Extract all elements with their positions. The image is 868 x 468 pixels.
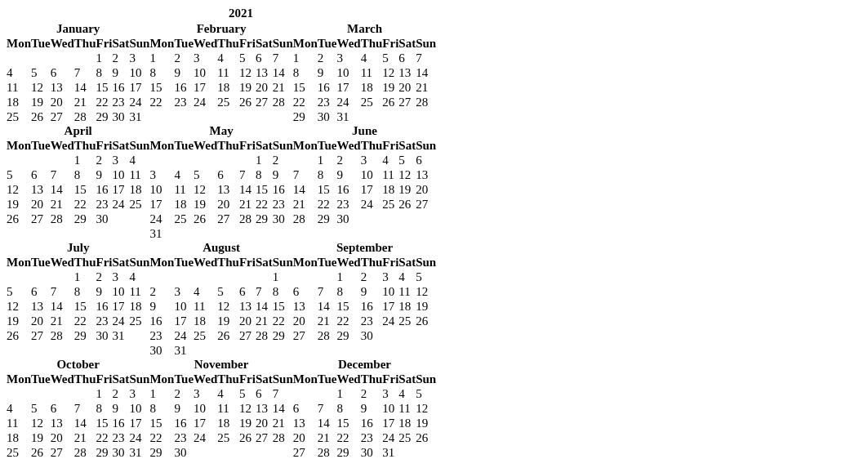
day-cell: 28	[74, 445, 96, 460]
day-cell: 23	[113, 95, 130, 109]
day-cell: 3	[382, 386, 398, 401]
week-row: 12345	[293, 270, 436, 284]
weekday-header: Fri	[382, 36, 398, 51]
calendar-row: AprilMonTueWedThuFriSatSun12345678910111…	[7, 124, 861, 241]
day-cell	[113, 212, 130, 226]
week-row: 20212223242526	[293, 314, 436, 328]
week-row: 16171819202122	[149, 314, 292, 328]
calendar-row: OctoberMonTueWedThuFriSatSun123456789101…	[7, 358, 861, 460]
day-cell: 15	[336, 299, 360, 314]
day-cell: 13	[416, 167, 436, 182]
month-table: MonTueWedThuFriSatSun1234567891011121314…	[293, 372, 436, 460]
day-cell: 31	[113, 328, 130, 343]
day-cell: 27	[293, 328, 318, 343]
day-cell: 18	[217, 80, 239, 95]
day-cell: 10	[129, 65, 149, 80]
day-cell: 30	[113, 445, 130, 460]
weekday-header: Thu	[74, 372, 96, 386]
weekday-header: Sat	[113, 372, 130, 386]
day-cell: 2	[96, 153, 113, 167]
day-cell: 25	[398, 314, 416, 328]
week-row: 23242526272829	[149, 328, 292, 343]
day-cell: 18	[129, 299, 149, 314]
day-cell: 1	[74, 153, 96, 167]
day-cell: 27	[416, 197, 436, 212]
day-cell: 1	[293, 51, 318, 65]
weekday-header: Tue	[31, 372, 51, 386]
day-cell: 13	[293, 416, 318, 430]
day-cell: 11	[7, 80, 31, 95]
week-row: 45678910	[7, 401, 149, 416]
week-row: 22232425262728	[149, 430, 292, 445]
month-november: NovemberMonTueWedThuFriSatSun12345678910…	[149, 358, 292, 460]
day-cell: 2	[174, 386, 194, 401]
month-name: July	[7, 241, 149, 255]
weekday-header: Wed	[194, 138, 217, 153]
day-cell: 13	[51, 80, 74, 95]
day-cell: 24	[129, 430, 149, 445]
day-cell	[416, 212, 436, 226]
day-cell: 24	[361, 197, 383, 212]
week-row: 18192021222324	[7, 430, 149, 445]
day-cell: 18	[361, 80, 383, 95]
day-cell: 2	[336, 153, 360, 167]
day-cell: 5	[416, 270, 436, 284]
day-cell: 16	[174, 416, 194, 430]
day-cell: 16	[174, 80, 194, 95]
week-row: 12131415161718	[7, 182, 149, 197]
day-cell: 14	[256, 299, 273, 314]
day-cell: 20	[51, 430, 74, 445]
day-cell: 3	[382, 270, 398, 284]
day-cell: 2	[96, 270, 113, 284]
weekday-header: Sun	[273, 36, 293, 51]
day-cell: 31	[336, 109, 360, 124]
month-name: February	[149, 22, 292, 36]
day-cell: 22	[256, 197, 273, 212]
day-cell: 30	[113, 109, 130, 124]
day-cell: 6	[217, 167, 239, 182]
day-cell: 24	[113, 197, 130, 212]
day-cell: 14	[74, 416, 96, 430]
day-cell: 31	[174, 343, 194, 358]
week-row: 11121314151617	[7, 416, 149, 430]
day-cell: 14	[273, 65, 293, 80]
weekday-header: Sat	[398, 36, 416, 51]
day-cell: 6	[256, 386, 273, 401]
day-cell: 22	[336, 430, 360, 445]
day-cell: 26	[382, 95, 398, 109]
day-cell	[74, 386, 96, 401]
day-cell	[239, 153, 256, 167]
day-cell: 9	[96, 167, 113, 182]
day-cell: 2	[113, 386, 130, 401]
day-cell: 28	[293, 212, 318, 226]
week-row: 18192021222324	[7, 95, 149, 109]
day-cell	[217, 270, 239, 284]
day-cell: 26	[31, 109, 51, 124]
day-cell: 29	[273, 328, 293, 343]
day-cell: 29	[74, 212, 96, 226]
month-table: MonTueWedThuFriSatSun1234567891011121314…	[7, 255, 149, 343]
day-cell: 6	[239, 284, 256, 299]
week-row: 27282930	[293, 328, 436, 343]
day-cell: 21	[273, 80, 293, 95]
day-cell: 31	[129, 445, 149, 460]
day-cell: 30	[336, 212, 360, 226]
day-cell: 7	[318, 401, 337, 416]
day-cell	[398, 109, 416, 124]
day-cell	[256, 226, 273, 241]
week-row: 12	[149, 153, 292, 167]
day-cell: 2	[149, 284, 174, 299]
month-table: MonTueWedThuFriSatSun1234567891011121314…	[149, 255, 292, 358]
day-cell: 1	[149, 51, 174, 65]
day-cell: 3	[336, 51, 360, 65]
week-row: 262728293031	[7, 328, 149, 343]
day-cell: 3	[194, 386, 217, 401]
weekday-header: Fri	[96, 255, 113, 270]
week-row: 2627282930	[7, 212, 149, 226]
day-cell: 9	[113, 65, 130, 80]
weekday-header: Mon	[7, 255, 31, 270]
day-cell: 3	[129, 51, 149, 65]
weekday-header: Thu	[217, 255, 239, 270]
day-cell: 4	[7, 401, 31, 416]
day-cell: 20	[239, 314, 256, 328]
